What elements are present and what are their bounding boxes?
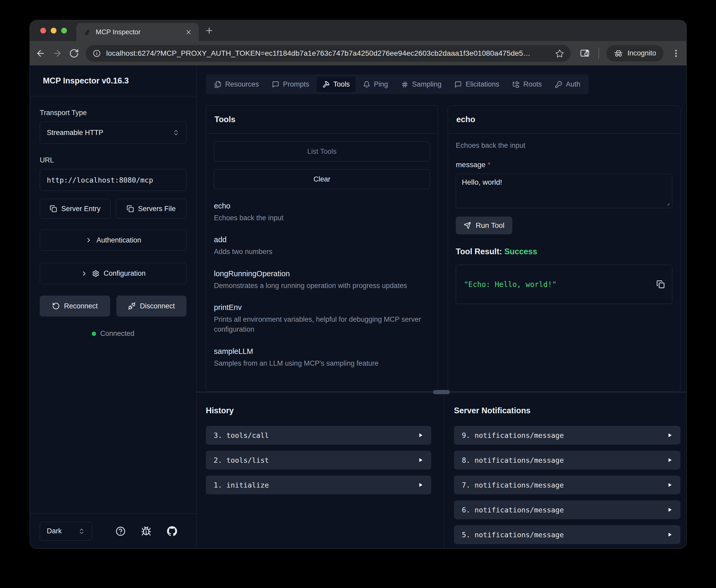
copy-result-icon[interactable]: [656, 280, 665, 289]
notification-row[interactable]: 8. notifications/message: [454, 451, 680, 469]
browser-toolbar: localhost:6274/?MCP_PROXY_AUTH_TOKEN=ec1…: [30, 41, 687, 65]
history-row[interactable]: 2. tools/list: [206, 451, 431, 469]
tab-elicitations[interactable]: Elicitations: [449, 77, 505, 92]
tab-label: Prompts: [283, 80, 309, 88]
tab-roots[interactable]: Roots: [506, 77, 548, 92]
tab-label: Elicitations: [465, 80, 499, 88]
expand-play-icon[interactable]: [667, 433, 673, 438]
history-row-label: 2. tools/list: [214, 456, 269, 464]
notification-row-label: 6. notifications/message: [462, 506, 564, 514]
history-row-label: 3. tools/call: [214, 431, 269, 439]
toolbar-divider: [598, 48, 599, 59]
incognito-icon: [614, 49, 623, 58]
server-entry-button[interactable]: Server Entry: [40, 199, 111, 219]
footer-icons: [108, 526, 185, 537]
forward-icon[interactable]: [52, 48, 62, 58]
tab-label: Ping: [374, 80, 388, 88]
panel-splitter: [197, 392, 687, 392]
bug-icon[interactable]: [141, 526, 151, 537]
list-tools-button[interactable]: List Tools: [214, 142, 430, 161]
main-top: ResourcesPromptsToolsPingSamplingElicita…: [197, 65, 687, 392]
site-info-icon[interactable]: [92, 49, 101, 58]
tool-item-sampleLLM[interactable]: sampleLLMSamples from an LLM using MCP's…: [214, 347, 430, 368]
tab-sampling[interactable]: Sampling: [395, 77, 448, 92]
clear-tools-button[interactable]: Clear: [214, 169, 430, 189]
tool-description: Demonstrates a long running operation wi…: [214, 281, 428, 291]
splitter-drag-handle[interactable]: [433, 390, 450, 394]
url-label: URL: [40, 156, 187, 164]
reconnect-button[interactable]: Reconnect: [40, 296, 110, 316]
history-row[interactable]: 1. initialize: [206, 476, 431, 495]
bell-icon: [363, 81, 370, 88]
tool-runner-panel: echo Echoes back the input message * Hel…: [448, 105, 680, 392]
expand-play-icon[interactable]: [667, 507, 673, 513]
tab-close-icon[interactable]: [185, 29, 192, 36]
notification-row-label: 5. notifications/message: [462, 531, 564, 539]
notification-row[interactable]: 6. notifications/message: [454, 500, 680, 519]
theme-select[interactable]: Dark: [40, 522, 92, 541]
tool-runner-title: echo: [448, 106, 680, 134]
tool-item-longRunningOperation[interactable]: longRunningOperationDemonstrates a long …: [214, 269, 430, 291]
tool-name: echo: [214, 202, 430, 210]
github-icon[interactable]: [167, 526, 177, 537]
browser-menu-icon[interactable]: [671, 49, 681, 58]
servers-file-button[interactable]: Servers File: [116, 199, 187, 219]
run-tool-button[interactable]: Run Tool: [456, 216, 512, 234]
new-tab-button[interactable]: [204, 26, 214, 35]
minimize-window-button[interactable]: [51, 28, 57, 34]
notification-row[interactable]: 7. notifications/message: [454, 476, 680, 495]
reload-icon[interactable]: [69, 48, 79, 58]
expand-play-icon[interactable]: [667, 482, 673, 488]
sidebar: MCP Inspector v0.16.3 Transport Type Str…: [30, 65, 197, 548]
bookmark-star-icon[interactable]: [556, 49, 564, 58]
tab-label: Auth: [566, 80, 581, 88]
history-title: History: [206, 406, 431, 415]
tab-tools[interactable]: Tools: [317, 77, 356, 92]
chevrons-up-down-icon: [78, 528, 85, 534]
disconnect-button[interactable]: Disconnect: [116, 296, 187, 316]
tab-title: MCP Inspector: [96, 28, 180, 36]
incognito-label: Incognito: [627, 49, 656, 57]
address-bar[interactable]: localhost:6274/?MCP_PROXY_AUTH_TOKEN=ec1…: [86, 45, 571, 62]
resize-grip-icon[interactable]: [665, 201, 670, 206]
send-icon: [464, 222, 471, 229]
history-row[interactable]: 3. tools/call: [206, 426, 431, 445]
copy-icon: [127, 205, 134, 212]
browser-tab[interactable]: MCP Inspector: [77, 23, 199, 41]
sidebar-body: Transport Type Streamable HTTP URL http:…: [30, 96, 196, 513]
transport-type-select[interactable]: Streamable HTTP: [40, 122, 187, 144]
message-textarea[interactable]: Hello, world!: [456, 174, 672, 208]
back-icon[interactable]: [36, 48, 45, 58]
help-icon[interactable]: [115, 526, 126, 537]
zoom-window-button[interactable]: [61, 28, 67, 34]
tool-item-echo[interactable]: echoEchoes back the input: [214, 202, 430, 223]
main-area: ResourcesPromptsToolsPingSamplingElicita…: [197, 65, 687, 548]
tab-auth[interactable]: Auth: [549, 77, 586, 92]
server-url-input[interactable]: http://localhost:8080/mcp: [40, 169, 187, 191]
browser-tab-strip: MCP Inspector: [30, 20, 687, 41]
tab-label: Sampling: [412, 80, 442, 88]
notification-row[interactable]: 9. notifications/message: [454, 426, 680, 445]
configuration-button[interactable]: Configuration: [40, 263, 187, 284]
close-window-button[interactable]: [40, 28, 46, 34]
expand-play-icon[interactable]: [418, 457, 424, 463]
files-icon: [214, 81, 221, 88]
expand-play-icon[interactable]: [418, 433, 424, 438]
tab-resources[interactable]: Resources: [209, 77, 265, 92]
rotate-ccw-icon: [52, 302, 60, 310]
url-text[interactable]: localhost:6274/?MCP_PROXY_AUTH_TOKEN=ec1…: [106, 49, 550, 58]
nav-tabs: ResourcesPromptsToolsPingSamplingElicita…: [206, 75, 589, 94]
tool-item-printEnv[interactable]: printEnvPrints all environment variables…: [214, 303, 430, 335]
expand-play-icon[interactable]: [667, 457, 673, 463]
tab-prompts[interactable]: Prompts: [266, 77, 315, 92]
message-value: Hello, world!: [462, 178, 502, 186]
tools-panel: Tools List Tools Clear echoEchoes back t…: [206, 105, 438, 392]
tool-item-add[interactable]: addAdds two numbers: [214, 235, 430, 257]
notification-row[interactable]: 5. notifications/message: [454, 525, 680, 544]
authentication-button[interactable]: Authentication: [40, 230, 187, 251]
expand-play-icon[interactable]: [418, 482, 424, 488]
tab-ping[interactable]: Ping: [357, 77, 394, 92]
expand-play-icon[interactable]: [667, 532, 673, 538]
search-tabs-icon[interactable]: [580, 48, 590, 59]
transport-type-value: Streamable HTTP: [47, 129, 103, 137]
